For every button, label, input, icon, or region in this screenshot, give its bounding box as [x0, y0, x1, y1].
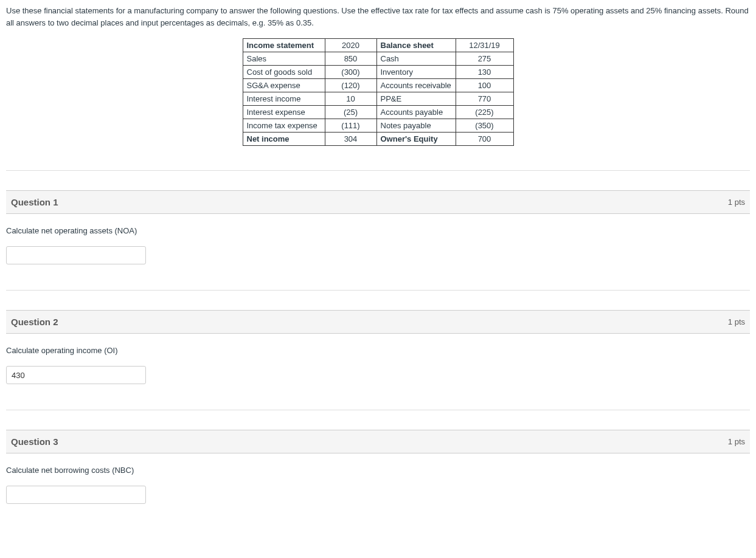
answer-input[interactable] [6, 486, 146, 504]
question-title: Question 1 [11, 197, 58, 207]
table-cell-bs-label: PP&E [376, 92, 456, 106]
question-separator [6, 290, 750, 291]
income-statement-header: Income statement [243, 39, 325, 52]
financial-table-container: Income statement2020Balance sheet12/31/1… [6, 38, 750, 146]
table-cell-is-value: (25) [325, 106, 376, 119]
table-cell-bs-label: Cash [376, 52, 456, 66]
question-header: Question 11 pts [6, 190, 750, 214]
income-statement-year: 2020 [325, 39, 376, 52]
question-header: Question 21 pts [6, 310, 750, 334]
balance-sheet-header: Balance sheet [376, 39, 456, 52]
intro-text: Use these financial statements for a man… [6, 5, 750, 29]
question-prompt: Calculate operating income (OI) [6, 346, 750, 355]
question-block: Question 31 ptsCalculate net borrowing c… [6, 430, 750, 518]
balance-sheet-date: 12/31/19 [456, 39, 513, 52]
table-cell-bs-label: Accounts receivable [376, 79, 456, 92]
table-cell-is-value: (300) [325, 66, 376, 79]
table-cell-bs-value: 275 [456, 52, 513, 66]
financial-statements-table: Income statement2020Balance sheet12/31/1… [243, 38, 514, 146]
question-header: Question 31 pts [6, 430, 750, 453]
question-prompt: Calculate net operating assets (NOA) [6, 226, 750, 235]
table-cell-bs-value: 700 [456, 133, 513, 146]
table-cell-bs-label: Inventory [376, 66, 456, 79]
table-cell-is-label: Income tax expense [243, 119, 325, 133]
table-cell-is-value: 304 [325, 133, 376, 146]
question-body: Calculate net operating assets (NOA) [6, 226, 750, 279]
question-title: Question 3 [11, 436, 58, 447]
table-cell-is-label: Cost of goods sold [243, 66, 325, 79]
table-cell-bs-label: Accounts payable [376, 106, 456, 119]
table-cell-is-value: 10 [325, 92, 376, 106]
question-points: 1 pts [728, 317, 745, 326]
question-prompt: Calculate net borrowing costs (NBC) [6, 466, 750, 475]
question-separator [6, 170, 750, 171]
question-separator [6, 410, 750, 410]
table-cell-bs-value: (225) [456, 106, 513, 119]
table-cell-is-label: SG&A expense [243, 79, 325, 92]
table-cell-is-label: Interest expense [243, 106, 325, 119]
table-cell-is-value: (111) [325, 119, 376, 133]
table-cell-is-label: Interest income [243, 92, 325, 106]
table-cell-bs-value: (350) [456, 119, 513, 133]
question-points: 1 pts [728, 198, 745, 207]
question-points: 1 pts [728, 437, 745, 446]
question-block: Question 11 ptsCalculate net operating a… [6, 190, 750, 279]
answer-input[interactable] [6, 246, 146, 264]
intro-paragraph: Use these financial statements for a man… [6, 5, 750, 29]
table-cell-bs-value: 100 [456, 79, 513, 92]
question-block: Question 21 ptsCalculate operating incom… [6, 310, 750, 399]
question-title: Question 2 [11, 317, 58, 327]
table-cell-is-value: 850 [325, 52, 376, 66]
table-cell-bs-value: 770 [456, 92, 513, 106]
table-cell-is-value: (120) [325, 79, 376, 92]
answer-input[interactable] [6, 366, 146, 384]
table-cell-is-label: Sales [243, 52, 325, 66]
table-cell-is-label: Net income [243, 133, 325, 146]
table-cell-bs-value: 130 [456, 66, 513, 79]
table-cell-bs-label: Owner's Equity [376, 133, 456, 146]
question-body: Calculate net borrowing costs (NBC) [6, 466, 750, 518]
question-body: Calculate operating income (OI) [6, 346, 750, 399]
table-cell-bs-label: Notes payable [376, 119, 456, 133]
